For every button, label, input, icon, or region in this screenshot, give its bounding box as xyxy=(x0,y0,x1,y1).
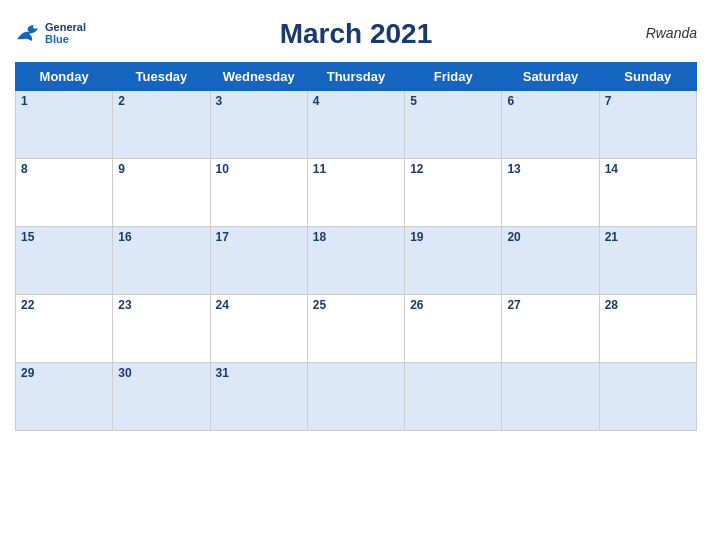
day-number: 20 xyxy=(507,230,520,244)
day-number: 30 xyxy=(118,366,131,380)
calendar-day-cell: 31 xyxy=(210,363,307,431)
calendar-day-cell: 14 xyxy=(599,159,696,227)
logo-general-text: General xyxy=(45,21,86,33)
calendar-day-cell: 6 xyxy=(502,91,599,159)
calendar-day-cell: 25 xyxy=(307,295,404,363)
calendar-day-cell: 19 xyxy=(405,227,502,295)
day-number: 6 xyxy=(507,94,514,108)
day-number: 4 xyxy=(313,94,320,108)
calendar-day-cell: 24 xyxy=(210,295,307,363)
weekday-friday: Friday xyxy=(405,63,502,91)
calendar-day-cell xyxy=(307,363,404,431)
day-number: 7 xyxy=(605,94,612,108)
day-number: 9 xyxy=(118,162,125,176)
calendar-day-cell: 16 xyxy=(113,227,210,295)
day-number: 8 xyxy=(21,162,28,176)
day-number: 28 xyxy=(605,298,618,312)
calendar-day-cell xyxy=(502,363,599,431)
day-number: 3 xyxy=(216,94,223,108)
calendar-day-cell xyxy=(405,363,502,431)
calendar-day-cell: 8 xyxy=(16,159,113,227)
country-label: Rwanda xyxy=(646,25,697,41)
weekday-sunday: Sunday xyxy=(599,63,696,91)
calendar-day-cell: 17 xyxy=(210,227,307,295)
calendar-day-cell: 18 xyxy=(307,227,404,295)
day-number: 29 xyxy=(21,366,34,380)
calendar-day-cell: 7 xyxy=(599,91,696,159)
calendar-day-cell: 9 xyxy=(113,159,210,227)
day-number: 27 xyxy=(507,298,520,312)
day-number: 2 xyxy=(118,94,125,108)
day-number: 14 xyxy=(605,162,618,176)
day-number: 11 xyxy=(313,162,326,176)
weekday-tuesday: Tuesday xyxy=(113,63,210,91)
calendar-day-cell: 21 xyxy=(599,227,696,295)
calendar-day-cell: 13 xyxy=(502,159,599,227)
calendar-week-row: 22232425262728 xyxy=(16,295,697,363)
calendar-day-cell: 22 xyxy=(16,295,113,363)
day-number: 1 xyxy=(21,94,28,108)
calendar-day-cell: 28 xyxy=(599,295,696,363)
calendar-day-cell: 30 xyxy=(113,363,210,431)
day-number: 16 xyxy=(118,230,131,244)
calendar-day-cell: 4 xyxy=(307,91,404,159)
calendar-title: March 2021 xyxy=(280,18,433,50)
calendar-day-cell: 11 xyxy=(307,159,404,227)
day-number: 13 xyxy=(507,162,520,176)
calendar-week-row: 15161718192021 xyxy=(16,227,697,295)
calendar-day-cell: 10 xyxy=(210,159,307,227)
logo-area: General Blue xyxy=(15,21,86,45)
calendar-week-row: 891011121314 xyxy=(16,159,697,227)
day-number: 19 xyxy=(410,230,423,244)
calendar-day-cell xyxy=(599,363,696,431)
calendar-day-cell: 5 xyxy=(405,91,502,159)
day-number: 21 xyxy=(605,230,618,244)
calendar-week-row: 293031 xyxy=(16,363,697,431)
calendar-table: Monday Tuesday Wednesday Thursday Friday… xyxy=(15,62,697,431)
day-number: 15 xyxy=(21,230,34,244)
day-number: 10 xyxy=(216,162,229,176)
weekday-thursday: Thursday xyxy=(307,63,404,91)
day-number: 26 xyxy=(410,298,423,312)
weekday-wednesday: Wednesday xyxy=(210,63,307,91)
calendar-week-row: 1234567 xyxy=(16,91,697,159)
day-number: 22 xyxy=(21,298,34,312)
weekday-saturday: Saturday xyxy=(502,63,599,91)
calendar-day-cell: 3 xyxy=(210,91,307,159)
weekday-monday: Monday xyxy=(16,63,113,91)
calendar-day-cell: 15 xyxy=(16,227,113,295)
calendar-day-cell: 26 xyxy=(405,295,502,363)
day-number: 23 xyxy=(118,298,131,312)
day-number: 25 xyxy=(313,298,326,312)
logo-blue-text: Blue xyxy=(45,33,86,45)
calendar-day-cell: 27 xyxy=(502,295,599,363)
day-number: 12 xyxy=(410,162,423,176)
calendar-body: 1234567891011121314151617181920212223242… xyxy=(16,91,697,431)
calendar-day-cell: 20 xyxy=(502,227,599,295)
calendar-header: General Blue March 2021 Rwanda xyxy=(15,10,697,56)
day-number: 31 xyxy=(216,366,229,380)
calendar-day-cell: 29 xyxy=(16,363,113,431)
day-number: 18 xyxy=(313,230,326,244)
calendar-day-cell: 1 xyxy=(16,91,113,159)
day-number: 17 xyxy=(216,230,229,244)
calendar-day-cell: 12 xyxy=(405,159,502,227)
day-number: 24 xyxy=(216,298,229,312)
logo-bird-icon xyxy=(15,23,43,43)
day-number: 5 xyxy=(410,94,417,108)
calendar-day-cell: 2 xyxy=(113,91,210,159)
calendar-day-cell: 23 xyxy=(113,295,210,363)
calendar-container: General Blue March 2021 Rwanda Monday Tu… xyxy=(0,0,712,550)
weekday-header-row: Monday Tuesday Wednesday Thursday Friday… xyxy=(16,63,697,91)
